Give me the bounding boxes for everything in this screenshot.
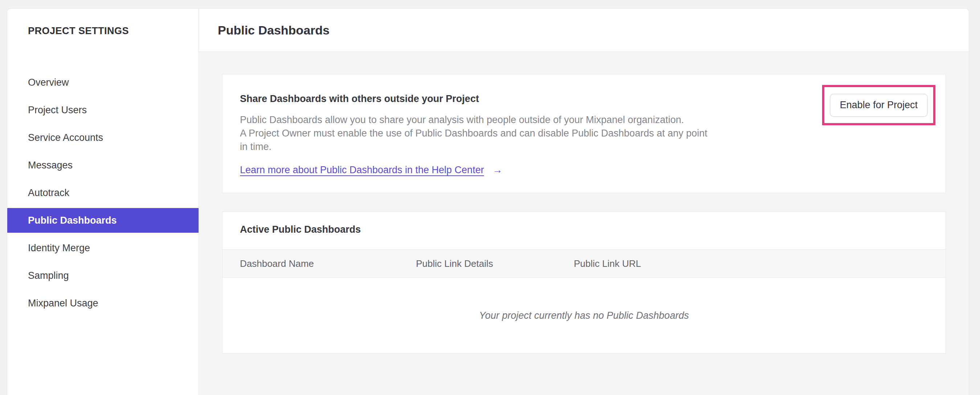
main-panel: Public Dashboards Share Dashboards with … (199, 8, 969, 395)
sidebar-title: PROJECT SETTINGS (7, 9, 199, 37)
sidebar-item-mixpanel-usage[interactable]: Mixpanel Usage (7, 291, 199, 315)
column-header-dashboard-name: Dashboard Name (223, 258, 416, 269)
sidebar-item-sampling[interactable]: Sampling (7, 263, 199, 288)
sidebar-item-service-accounts[interactable]: Service Accounts (7, 125, 199, 150)
empty-state-message: Your project currently has no Public Das… (223, 278, 945, 353)
help-center-link[interactable]: Learn more about Public Dashboards in th… (240, 164, 502, 176)
sidebar-item-messages[interactable]: Messages (7, 153, 199, 178)
active-dashboards-card: Active Public Dashboards Dashboard NameP… (222, 212, 946, 354)
arrow-right-icon: → (493, 164, 502, 175)
table-header-row: Dashboard NamePublic Link DetailsPublic … (223, 249, 945, 278)
annotation-highlight-box: Enable for Project (822, 85, 935, 125)
sidebar-nav: OverviewProject UsersService AccountsMes… (7, 67, 199, 319)
sidebar-item-public-dashboards[interactable]: Public Dashboards (7, 208, 199, 233)
project-settings-sidebar: PROJECT SETTINGS OverviewProject UsersSe… (7, 8, 199, 395)
share-dashboards-card: Share Dashboards with others outside you… (222, 74, 946, 193)
sidebar-item-autotrack[interactable]: Autotrack (7, 180, 199, 205)
active-card-title: Active Public Dashboards (240, 224, 361, 235)
sidebar-item-overview[interactable]: Overview (7, 70, 199, 95)
help-center-link-label: Learn more about Public Dashboards in th… (240, 164, 484, 175)
sidebar-item-project-users[interactable]: Project Users (7, 98, 199, 123)
page-title: Public Dashboards (218, 23, 329, 37)
column-header-public-link-url: Public Link URL (574, 258, 945, 269)
column-header-public-link-details: Public Link Details (416, 258, 574, 269)
project-settings-page: PROJECT SETTINGS OverviewProject UsersSe… (0, 0, 980, 395)
description-line-3: in time. (240, 140, 928, 154)
content-area: Share Dashboards with others outside you… (199, 52, 969, 395)
page-header: Public Dashboards (199, 9, 969, 52)
enable-for-project-button[interactable]: Enable for Project (830, 94, 928, 117)
sidebar-item-identity-merge[interactable]: Identity Merge (7, 236, 199, 260)
description-line-2: A Project Owner must enable the use of P… (240, 127, 928, 140)
